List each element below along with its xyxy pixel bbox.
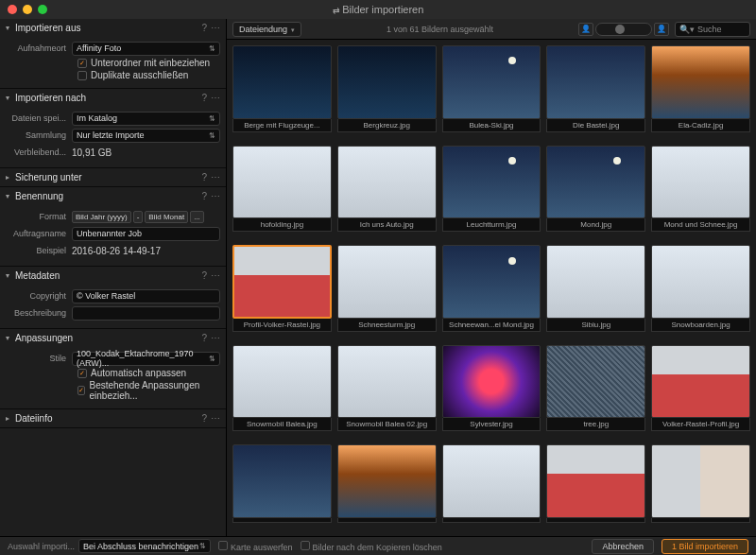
save-location-select[interactable]: Im Katalog⇅ <box>72 112 220 126</box>
thumbnail-image[interactable] <box>337 146 437 219</box>
thumbnail-image[interactable] <box>442 444 541 518</box>
collection-select[interactable]: Nur letzte Importe⇅ <box>72 129 220 143</box>
thumbnail[interactable]: Berge mit Flugzeuge... <box>232 45 332 140</box>
section-header-metadata[interactable]: ▾ Metadaten ?⋯ <box>0 267 226 285</box>
existing-adjust-checkbox[interactable]: Bestehende Anpassungen einbezieh... <box>6 380 220 401</box>
thumbnail[interactable]: Bergkreuz.jpg <box>337 45 437 140</box>
thumbnail-image[interactable] <box>232 45 332 119</box>
thumbnail-image[interactable] <box>337 444 437 518</box>
close-button[interactable] <box>8 5 17 14</box>
thumbnail[interactable]: Mond und Schnee.jpg <box>651 146 750 240</box>
section-header-adjustments[interactable]: ▾ Anpassungen ?⋯ <box>0 329 226 347</box>
thumbnail-image[interactable] <box>442 45 541 119</box>
more-icon[interactable]: ⋯ <box>211 270 220 281</box>
copyright-input[interactable]: © Volker Rastel <box>72 289 220 304</box>
thumbnail-image[interactable] <box>546 345 645 419</box>
thumbnail[interactable]: Ich uns Auto.jpg <box>337 146 437 240</box>
location-select[interactable]: Affinity Foto⇅ <box>72 42 220 56</box>
thumbnail-image[interactable] <box>546 146 645 219</box>
thumbnail-image[interactable] <box>651 146 750 219</box>
maximize-button[interactable] <box>38 5 47 14</box>
help-icon[interactable]: ? <box>201 23 207 33</box>
thumbnail[interactable]: Snowboarden.jpg <box>651 245 750 339</box>
thumbnail-label: Snowmobil Balea 02.jpg <box>337 418 437 431</box>
thumbnail[interactable] <box>337 444 437 530</box>
thumbnail[interactable] <box>651 444 750 530</box>
delete-after-checkbox[interactable]: Bilder nach dem Kopieren löschen <box>301 541 442 552</box>
thumbnail[interactable]: Die Bastei.jpg <box>546 45 645 140</box>
more-icon[interactable]: ⋯ <box>211 333 220 343</box>
thumbnail[interactable]: Sylvester.jpg <box>442 345 541 440</box>
job-name-input[interactable]: Unbenannter Job <box>72 227 220 241</box>
thumbnail[interactable]: Schneesturm.jpg <box>337 245 437 339</box>
thumbnail[interactable] <box>546 444 645 530</box>
user-icon-large[interactable]: 👤 <box>654 23 669 36</box>
description-input[interactable] <box>72 306 220 321</box>
help-icon[interactable]: ? <box>201 413 207 424</box>
thumbnail-image[interactable] <box>442 146 541 219</box>
sort-select[interactable]: Dateiendung <box>232 22 301 37</box>
help-icon[interactable]: ? <box>201 191 207 201</box>
thumbnail-image[interactable] <box>232 146 332 219</box>
section-header-naming[interactable]: ▾ Benennung ?⋯ <box>0 187 226 205</box>
thumbnail[interactable]: Snowmobil Balea 02.jpg <box>337 345 437 440</box>
thumbnail[interactable]: Snowmobil Balea.jpg <box>232 345 332 440</box>
thumbnail-size-slider[interactable] <box>595 23 652 36</box>
thumbnail-image[interactable] <box>232 444 332 518</box>
more-icon[interactable]: ⋯ <box>211 191 220 201</box>
style-select[interactable]: 100_Kodak_Ektachrome_1970 (ARW)...⇅ <box>72 352 220 366</box>
thumbnail[interactable]: tree.jpg <box>546 345 645 440</box>
section-header-import-from[interactable]: ▾ Importieren aus ?⋯ <box>0 19 226 37</box>
notify-select[interactable]: Bei Abschluss benachrichtigen⇅ <box>78 539 211 553</box>
thumbnail[interactable]: Profil-Volker-Rastel.jpg <box>232 245 332 339</box>
auto-adjust-checkbox[interactable]: Automatisch anpassen <box>6 368 220 378</box>
search-icon: 🔍▾ <box>679 25 695 34</box>
cancel-button[interactable]: Abbrechen <box>592 539 654 554</box>
eject-checkbox[interactable]: Karte auswerfen <box>218 541 293 552</box>
help-icon[interactable]: ? <box>201 270 207 281</box>
section-header-fileinfo[interactable]: ▸ Dateiinfo ?⋯ <box>0 409 226 427</box>
more-icon[interactable]: ⋯ <box>211 413 220 424</box>
more-icon[interactable]: ⋯ <box>211 23 220 33</box>
thumbnail-image[interactable] <box>651 444 750 518</box>
thumbnail-image[interactable] <box>442 245 541 319</box>
help-icon[interactable]: ? <box>201 93 207 103</box>
thumbnail[interactable]: Volker-Rastel-Profil.jpg <box>651 345 750 440</box>
thumbnail[interactable]: hofolding.jpg <box>232 146 332 240</box>
thumbnail-image[interactable] <box>232 345 332 419</box>
thumbnail-label: Bulea-Ski.jpg <box>442 119 541 132</box>
thumbnail-image[interactable] <box>546 245 645 319</box>
thumbnail[interactable]: Mond.jpg <box>546 146 645 240</box>
more-icon[interactable]: ⋯ <box>211 172 220 182</box>
subfolders-checkbox[interactable]: Unterordner mit einbeziehen <box>6 58 220 68</box>
thumbnail-image[interactable] <box>337 45 437 119</box>
thumbnail-image[interactable] <box>337 345 437 419</box>
help-icon[interactable]: ? <box>201 333 207 343</box>
minimize-button[interactable] <box>23 5 32 14</box>
thumbnail-image[interactable] <box>651 245 750 319</box>
thumbnail[interactable]: Schneewan...ei Mond.jpg <box>442 245 541 339</box>
section-header-import-to[interactable]: ▾ Importieren nach ?⋯ <box>0 89 226 107</box>
thumbnail-image[interactable] <box>546 45 645 119</box>
duplicates-checkbox[interactable]: Duplikate ausschließen <box>6 70 220 80</box>
search-input[interactable]: 🔍▾ Suche <box>675 22 750 37</box>
thumbnail-label: Snowmobil Balea.jpg <box>232 418 332 431</box>
thumbnail-image[interactable] <box>232 245 332 319</box>
thumbnail[interactable] <box>232 444 332 530</box>
thumbnail-image[interactable] <box>442 345 541 419</box>
thumbnail[interactable]: Leuchtturm.jpg <box>442 146 541 240</box>
thumbnail-image[interactable] <box>546 444 645 518</box>
thumbnail-image[interactable] <box>337 245 437 319</box>
help-icon[interactable]: ? <box>201 172 207 182</box>
import-button[interactable]: 1 Bild importieren <box>662 539 748 554</box>
user-icon[interactable]: 👤 <box>578 23 593 36</box>
format-tokens[interactable]: Bild Jahr (yyyy) - Bild Monat ... <box>72 211 204 223</box>
section-header-backup[interactable]: ▸ Sicherung unter ?⋯ <box>0 168 226 186</box>
thumbnail[interactable]: Sibiu.jpg <box>546 245 645 339</box>
more-icon[interactable]: ⋯ <box>211 93 220 103</box>
thumbnail[interactable] <box>442 444 541 530</box>
thumbnail-image[interactable] <box>651 45 750 119</box>
thumbnail[interactable]: Bulea-Ski.jpg <box>442 45 541 140</box>
thumbnail-image[interactable] <box>651 345 750 419</box>
thumbnail[interactable]: Ela-Cadiz.jpg <box>651 45 750 140</box>
